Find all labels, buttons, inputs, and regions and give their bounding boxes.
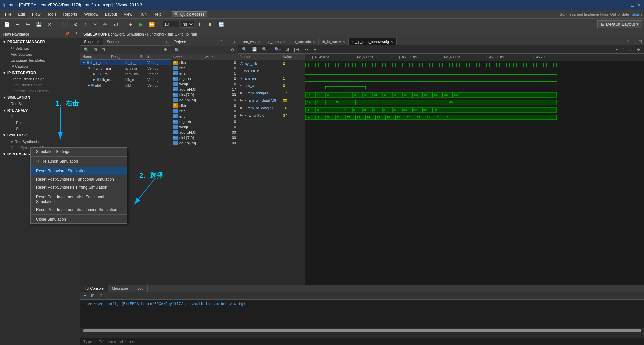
ctx-relaunch-simulation[interactable]: ↺ Relaunch Simulation: [31, 157, 127, 165]
menu-tools[interactable]: Tools: [44, 11, 60, 17]
settings-button[interactable]: ⚙: [71, 21, 80, 28]
wave-row-sys-clk[interactable]: ⏱ sys_clk 0: [238, 60, 305, 67]
tree-expand-arrow-3[interactable]: ▶: [93, 78, 96, 81]
obj-row-rstb[interactable]: ~ rstb 0: [171, 108, 238, 114]
tree-item-glbl[interactable]: ▶ ⊞ glbl glbl Verilog...: [80, 82, 171, 88]
pause-button[interactable]: ⏸: [205, 21, 215, 28]
ctx-reset-behavioral[interactable]: Reset Behavioral Simulation: [31, 167, 127, 175]
redo-button[interactable]: ↪: [23, 21, 32, 28]
obj-restore-icon[interactable]: □: [228, 40, 230, 44]
obj-minimize-icon[interactable]: ─: [224, 40, 227, 44]
wave-tab-ip-ram-xdc[interactable]: ip_ram.xdc ✕: [289, 38, 319, 45]
menu-file[interactable]: File: [2, 11, 15, 17]
scope-maximize-icon[interactable]: ⊡: [166, 40, 169, 44]
ctx-reset-post-synth-timing[interactable]: Reset Post-Synthesis Timing Simulation: [31, 183, 127, 191]
obj-row-web[interactable]: ~ web[0:0] 0: [171, 124, 238, 130]
obj-row-enb[interactable]: ~ enb 0: [171, 114, 238, 119]
wave-tab-ip-ram-close[interactable]: ✕: [283, 40, 286, 44]
nav-run-synthesis[interactable]: ▶ Run Synthesis: [0, 138, 80, 145]
obj-settings-button[interactable]: ⚙: [229, 47, 236, 53]
wave-settings2-button[interactable]: ⚙: [635, 46, 642, 52]
tree-item-tb-ip-ram[interactable]: ▼ ⊞ tb_ip_ram tb_ip_r... Verilog...: [80, 60, 171, 65]
default-layout-button[interactable]: ⊞ Default Layout ▾: [597, 20, 642, 28]
nav-generate-block-design[interactable]: Generate Block Design: [0, 88, 80, 94]
cut-button[interactable]: ✂: [91, 21, 100, 28]
section-synthesis[interactable]: ▼ SYNTHESIS...: [0, 132, 80, 138]
tree-expand-arrow-2[interactable]: ▶: [93, 72, 96, 76]
tree-item-blk-m[interactable]: ▶ ⊞ blk_m... blk_m... Verilog...: [80, 77, 171, 82]
tab-scope-close[interactable]: ✕: [97, 40, 100, 44]
run-button[interactable]: ▶: [137, 21, 145, 28]
wave-help-icon[interactable]: ?: [627, 39, 630, 44]
pencil-button[interactable]: ✏: [101, 21, 110, 28]
scope-restore-icon[interactable]: □: [163, 40, 165, 44]
obj-row-rsta[interactable]: ~ rsta 0: [171, 65, 238, 71]
log-tab-tcl[interactable]: Tcl Console: [80, 285, 108, 292]
tree-item-u-ip-ram[interactable]: ▼ ⊞ u_ip_ram ip_ram Verilog...: [80, 65, 171, 71]
tree-expand-arrow-1[interactable]: ▼: [88, 66, 91, 70]
log-grid-button[interactable]: ⊞: [89, 293, 96, 299]
section-ip-integrator[interactable]: ▼ IP INTEGRATOR: [0, 69, 80, 76]
wave-search-button[interactable]: 🔍: [240, 46, 249, 52]
close-button-tb[interactable]: ✕: [45, 21, 54, 28]
wave-tab-ram-rw[interactable]: ram_rw.v ✕: [238, 38, 264, 45]
scope-search-button[interactable]: 🔍: [82, 47, 91, 53]
obj-row-doutb[interactable]: ~ doutb[7:0] 00: [171, 140, 238, 146]
details-link[interactable]: details: [632, 12, 642, 16]
obj-maximize-icon[interactable]: ⊡: [232, 40, 235, 44]
minimize-button[interactable]: ─: [625, 2, 629, 8]
wave-remove-signal[interactable]: -: [614, 46, 620, 52]
wave-tab-ram-rw-close[interactable]: ✕: [258, 40, 261, 44]
wave-prev-marker[interactable]: ⏮: [302, 46, 310, 52]
wave-row-sys-rst-n[interactable]: ~ sys_rst_n 1: [238, 67, 305, 75]
save-button[interactable]: 💾: [34, 21, 44, 28]
wave-next-marker[interactable]: ⏭: [311, 46, 319, 52]
wave-expand-rd-icon[interactable]: ▶: [240, 106, 243, 110]
menu-layout[interactable]: Layout: [102, 11, 120, 17]
menu-edit[interactable]: Edit: [15, 11, 29, 17]
nav-rtl-re[interactable]: Re...: [0, 120, 80, 126]
log-delete-button[interactable]: 🗑: [97, 293, 105, 299]
nav-open-block-design[interactable]: Open Block Design: [0, 82, 80, 88]
tcl-input[interactable]: [83, 340, 641, 344]
section-project-manager[interactable]: ▼ PROJECT MANAGER: [0, 38, 80, 45]
menu-run[interactable]: Run: [136, 11, 150, 17]
wave-row-ram-rd-data[interactable]: ▶ ~ ram_rd_data[7:0] 16: [238, 104, 305, 112]
wave-zoom-in-button[interactable]: 🔍+: [260, 46, 271, 52]
reset-time-button[interactable]: 🔄: [216, 21, 226, 28]
log-add-button[interactable]: +: [82, 293, 88, 299]
wave-expand-wr-icon[interactable]: ▶: [240, 98, 243, 102]
nav-ip-catalog[interactable]: IP Catalog: [0, 63, 80, 69]
wave-down-signal[interactable]: ↓: [628, 46, 634, 52]
log-tab-log[interactable]: Log: [133, 285, 148, 292]
wave-tab-ip-ram-xdc-close[interactable]: ✕: [312, 40, 315, 44]
scope-settings-button[interactable]: ⚙: [162, 47, 169, 53]
maximize-button[interactable]: □: [631, 2, 634, 8]
nav-run-simulation[interactable]: Run Si...: [0, 101, 80, 107]
wave-row-ram-wea[interactable]: ~ ram_wea 0: [238, 82, 305, 89]
nav-open-elaborated[interactable]: Open ...: [0, 114, 80, 120]
obj-row-addra[interactable]: ~ addra[4:0] 17: [171, 87, 238, 92]
nav-add-sources[interactable]: Add Sources: [0, 51, 80, 57]
pin-icon[interactable]: 📌: [65, 32, 70, 36]
scope-minimize-icon[interactable]: ─: [159, 40, 162, 44]
tree-item-u-ra[interactable]: ▶ ⊞ u_ra... ram_rw Verilog...: [80, 71, 171, 77]
nav-language-templates[interactable]: Language Templates: [0, 57, 80, 63]
wave-tab-tb-ip-ram-close[interactable]: ✕: [342, 40, 345, 44]
apply-ns-button[interactable]: ⬇: [195, 21, 204, 28]
tree-expand-arrow-0[interactable]: ▼: [82, 61, 86, 64]
wave-tab-ip-ram[interactable]: ip_ram.v ✕: [264, 38, 289, 45]
obj-row-clkb[interactable]: ⏱ clkb 0: [171, 103, 238, 108]
menu-help[interactable]: Help: [150, 11, 165, 17]
nav-settings[interactable]: ⚙ Settings: [0, 45, 80, 51]
wave-restore-icon[interactable]: □: [635, 39, 637, 44]
help-nav-icon[interactable]: ?: [75, 32, 77, 36]
wave-expand-addr-icon[interactable]: ▶: [240, 91, 243, 95]
ctx-close-simulation[interactable]: Close Simulation: [31, 215, 127, 223]
wave-marker-button[interactable]: |◄: [292, 46, 301, 52]
ctx-reset-post-impl-func[interactable]: Reset Post-Implementation Functional Sim…: [31, 193, 127, 206]
wave-tab-tb-ip-ram[interactable]: tb_ip_ram.v ✕: [319, 38, 349, 45]
obj-row-wea[interactable]: ~ wea[0:0] 0: [171, 81, 238, 87]
menu-view[interactable]: View: [120, 11, 136, 17]
menu-window[interactable]: Window: [80, 11, 102, 17]
